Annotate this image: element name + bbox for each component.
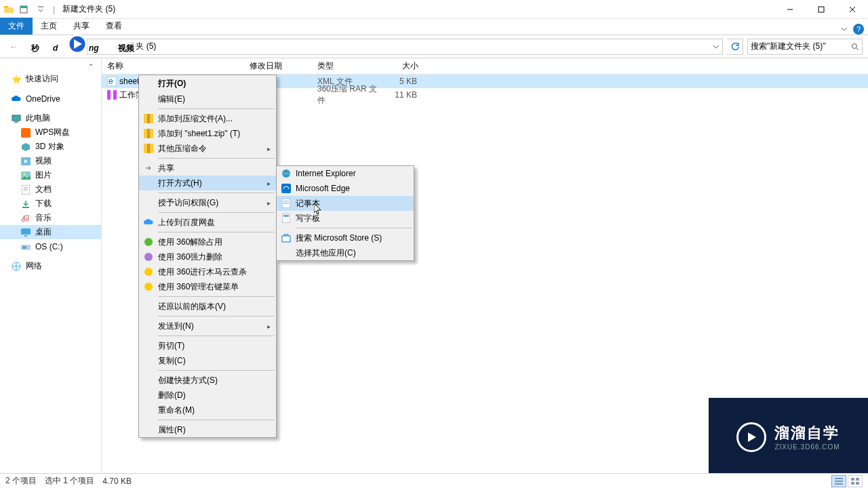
view-details-button[interactable] xyxy=(831,475,846,487)
minimize-button[interactable] xyxy=(774,0,806,19)
ctx-delete[interactable]: 删除(D) xyxy=(139,388,276,403)
tree-this-pc[interactable]: 此电脑 xyxy=(0,111,101,125)
ctx-upload-baidu[interactable]: 上传到百度网盘 xyxy=(139,215,276,230)
tree-quick-access[interactable]: ⭐快速访问 xyxy=(0,72,101,86)
ctx-grant-access[interactable]: 授予访问权限(G)▸ xyxy=(139,195,276,210)
help-button[interactable]: ? xyxy=(853,24,864,35)
qat-props-icon[interactable] xyxy=(16,2,31,17)
ctx-edit[interactable]: 编辑(E) xyxy=(139,92,276,106)
col-name[interactable]: 名称 xyxy=(102,60,244,72)
ctx-rename[interactable]: 重命名(M) xyxy=(139,403,276,418)
nav-forward-button[interactable]: → xyxy=(26,39,42,55)
svg-point-31 xyxy=(144,238,153,246)
ctx-add-archive[interactable]: 添加到压缩文件(A)... xyxy=(139,111,276,126)
nav-back-button[interactable]: ← xyxy=(5,39,22,55)
refresh-button[interactable] xyxy=(727,39,743,55)
tab-file[interactable]: 文件 xyxy=(0,18,33,35)
qat-dropdown-icon[interactable] xyxy=(33,2,48,17)
ctx-restore[interactable]: 还原以前的版本(V) xyxy=(139,299,276,314)
network-icon xyxy=(11,261,22,272)
ctx-copy[interactable]: 复制(C) xyxy=(139,353,276,368)
openwith-wordpad[interactable]: 写字板 xyxy=(277,211,414,226)
tree-wps[interactable]: WPS网盘 xyxy=(0,125,101,140)
archive-icon xyxy=(143,128,154,139)
tree-pictures[interactable]: 图片 xyxy=(0,168,101,182)
window-controls xyxy=(774,0,868,19)
tree-os-c[interactable]: OS (C:) xyxy=(0,239,101,253)
360-icon xyxy=(143,281,154,292)
desktop-icon xyxy=(20,227,31,238)
view-icons-button[interactable] xyxy=(848,475,863,487)
tree-videos[interactable]: 视频 xyxy=(0,154,101,168)
openwith-edge[interactable]: Microsoft Edge xyxy=(277,181,414,196)
tree-documents[interactable]: 文档 xyxy=(0,182,101,197)
ie-icon xyxy=(281,168,292,179)
search-input[interactable]: 搜索"新建文件夹 (5)" xyxy=(747,39,863,55)
ctx-share[interactable]: 共享 xyxy=(139,161,276,176)
tree-collapse-icon[interactable]: ⌃ xyxy=(0,62,101,72)
ctx-shortcut[interactable]: 创建快捷方式(S) xyxy=(139,373,276,388)
nav-up-button[interactable]: ↑ xyxy=(66,39,83,55)
file-type: 360压缩 RAR 文件 xyxy=(312,83,380,106)
status-bar: 2 个项目 选中 1 个项目 4.70 KB xyxy=(0,473,868,488)
openwith-choose[interactable]: 选择其他应用(C) xyxy=(277,245,414,260)
col-type[interactable]: 类型 xyxy=(312,60,380,72)
ctx-cut[interactable]: 剪切(T) xyxy=(139,338,276,353)
360-icon xyxy=(143,266,154,277)
tab-share[interactable]: 共享 xyxy=(65,18,98,35)
breadcrumb-folder[interactable]: …件夹 (5) xyxy=(119,41,156,52)
address-bar[interactable]: 此电脑 › …件夹 (5) xyxy=(87,39,723,55)
address-history-dropdown[interactable] xyxy=(713,43,719,50)
col-size[interactable]: 大小 xyxy=(380,60,424,72)
tree-downloads[interactable]: 下载 xyxy=(0,197,101,211)
ctx-send-to[interactable]: 发送到(N)▸ xyxy=(139,319,276,333)
nav-recent-dropdown[interactable] xyxy=(46,39,62,55)
ribbon: 文件 主页 共享 查看 ? xyxy=(0,19,868,35)
tree-desktop[interactable]: 桌面 xyxy=(0,225,101,239)
ctx-other-compress[interactable]: 其他压缩命令▸ xyxy=(139,141,276,156)
svg-rect-24 xyxy=(111,90,113,100)
wps-icon xyxy=(20,127,31,138)
svg-rect-51 xyxy=(851,478,854,481)
status-item-count: 2 个项目 xyxy=(5,475,37,487)
openwith-notepad[interactable]: 记事本 xyxy=(277,196,414,211)
svg-rect-15 xyxy=(22,207,29,208)
tree-music[interactable]: 音乐 xyxy=(0,211,101,225)
ctx-360-unlock[interactable]: 使用 360解除占用 xyxy=(139,235,276,249)
status-size: 4.70 KB xyxy=(102,476,132,486)
tab-home[interactable]: 主页 xyxy=(33,18,65,35)
tab-view[interactable]: 查看 xyxy=(98,18,130,35)
tree-network[interactable]: 网络 xyxy=(0,259,101,273)
close-button[interactable] xyxy=(837,0,868,19)
ctx-open[interactable]: 打开(O) xyxy=(139,75,276,92)
search-icon xyxy=(851,43,859,51)
open-with-submenu: Internet Explorer Microsoft Edge 记事本 写字板… xyxy=(276,165,414,261)
openwith-store[interactable]: 搜索 Microsoft Store (S) xyxy=(277,230,414,245)
svg-point-11 xyxy=(24,173,26,175)
col-date[interactable]: 修改日期 xyxy=(244,60,312,72)
store-icon xyxy=(281,232,292,243)
ctx-360-force-delete[interactable]: 使用 360强力删除 xyxy=(139,249,276,264)
ctx-add-zip[interactable]: 添加到 "sheet1.zip" (T) xyxy=(139,126,276,141)
ctx-open-with[interactable]: 打开方式(H)▸ xyxy=(139,176,276,190)
nav-bar: ← → ↑ 此电脑 › …件夹 (5) 搜索"新建文件夹 (5)" xyxy=(0,35,868,58)
openwith-ie[interactable]: Internet Explorer xyxy=(277,166,414,181)
ctx-properties[interactable]: 属性(R) xyxy=(139,422,276,437)
tree-onedrive[interactable]: OneDrive xyxy=(0,92,101,106)
ctx-360-menu[interactable]: 使用 360管理右键菜单 xyxy=(139,279,276,294)
svg-rect-6 xyxy=(12,115,20,121)
maximize-button[interactable] xyxy=(806,0,837,19)
svg-rect-53 xyxy=(851,482,854,485)
svg-rect-42 xyxy=(282,236,290,242)
ribbon-chevron-icon[interactable] xyxy=(841,26,848,33)
svg-rect-16 xyxy=(21,228,31,235)
tree-3d[interactable]: 3D 对象 xyxy=(0,140,101,154)
ctx-360-trojan[interactable]: 使用 360进行木马云查杀 xyxy=(139,264,276,279)
svg-rect-41 xyxy=(283,215,289,217)
status-selection: 选中 1 个项目 xyxy=(45,475,94,487)
nav-tree: ⌃ ⭐快速访问 OneDrive 此电脑 WPS网盘 3D 对象 视频 图片 文… xyxy=(0,58,102,474)
file-icon xyxy=(107,90,117,100)
breadcrumb[interactable]: 此电脑 › …件夹 (5) xyxy=(90,41,156,52)
chevron-right-icon: › xyxy=(116,43,118,50)
archive-icon xyxy=(143,143,154,154)
